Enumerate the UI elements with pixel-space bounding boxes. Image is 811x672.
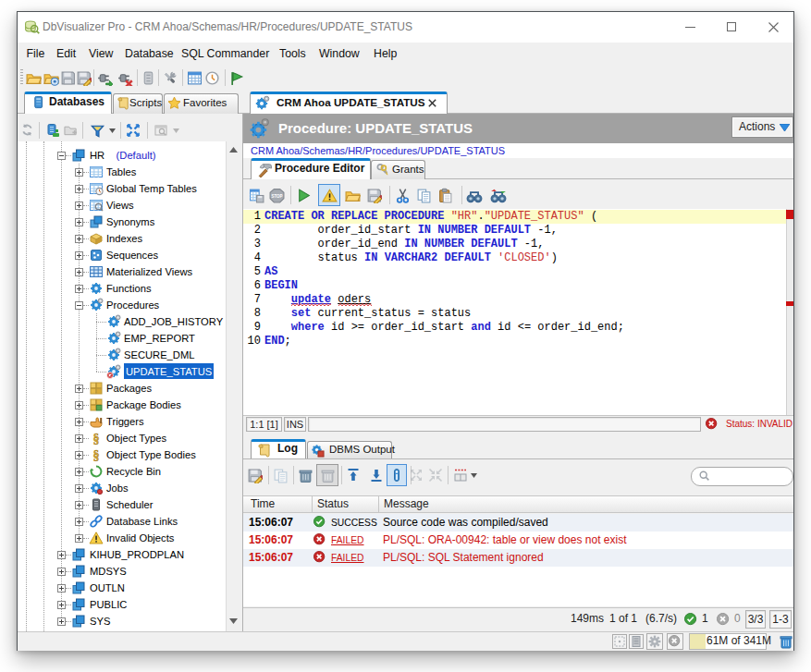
svg-text:§: § bbox=[93, 448, 100, 462]
svg-text:§: § bbox=[93, 432, 100, 446]
svg-text:STOP: STOP bbox=[271, 194, 282, 199]
